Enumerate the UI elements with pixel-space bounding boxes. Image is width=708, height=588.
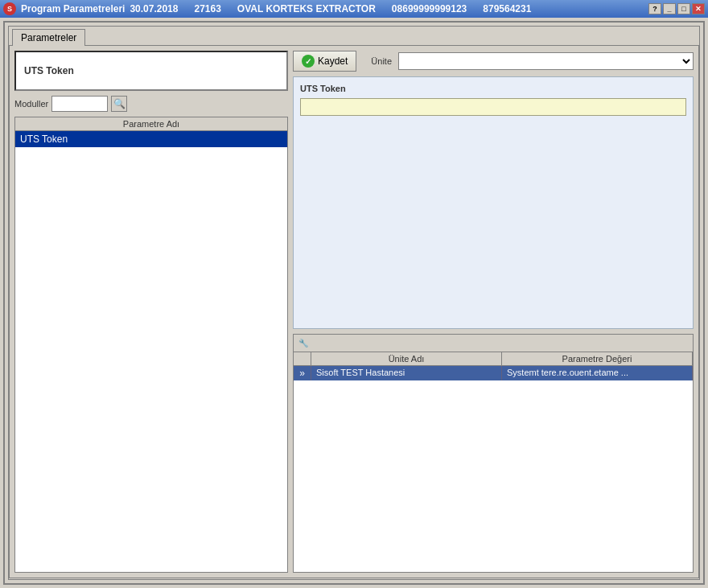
title-bar-controls: ? _ □ ✕ [648,3,705,14]
close-button[interactable]: ✕ [692,3,705,14]
title-bar: S Program Parametreleri 30.07.2018 27163… [0,0,708,18]
list-item[interactable]: UTS Token [15,131,287,147]
main-window: Parametreler UTS Token Moduller 🔍 [3,21,705,585]
tab-header: Parametreler [9,27,699,45]
save-button[interactable]: ✓ Kaydet [293,51,356,72]
settings-icon[interactable]: 🔧 [297,336,310,349]
unite-label: Ünite [371,56,392,66]
list-header: Parametre Adı [15,117,287,131]
minimize-button[interactable]: _ [663,3,676,14]
token-input[interactable] [300,98,686,116]
table-body: » Sisoft TEST Hastanesi Systemt tere.re.… [294,366,693,573]
help-button[interactable]: ? [648,3,661,14]
row-nav-icon[interactable]: » [294,366,311,380]
table-row[interactable]: » Sisoft TEST Hastanesi Systemt tere.re.… [294,366,693,380]
title-company: OVAL KORTEKS EXTRACTOR [237,3,376,14]
title-code: 27163 [194,3,220,14]
selected-item-display: UTS Token [14,51,288,91]
token-section-title: UTS Token [300,84,686,93]
app-icon: S [3,2,16,15]
search-button[interactable]: 🔍 [111,96,127,112]
module-row: Moduller 🔍 [14,96,288,112]
tab-parametreler[interactable]: Parametreler [12,29,85,46]
module-label: Moduller [14,99,48,109]
title-id: 879564231 [483,3,531,14]
th-param-degeri: Parametre Değeri [502,352,693,365]
title-date: 30.07.2018 [130,3,178,14]
right-top-bar: ✓ Kaydet Ünite [293,51,694,72]
row-param-degeri: Systemt tere.re.ouent.etame ... [502,366,693,380]
th-unite-adi: Ünite Adı [311,352,502,365]
unite-select[interactable] [398,52,694,70]
bottom-table: 🔧 Ünite Adı Parametre Değeri » Sisoft TE… [293,334,694,574]
title-phone: 08699999999123 [392,3,467,14]
maximize-button[interactable]: □ [677,3,690,14]
save-check-icon: ✓ [302,55,315,68]
table-toolbar: 🔧 [294,335,693,352]
tab-content: UTS Token Moduller 🔍 Parametre Adı UTS T… [9,45,699,578]
left-panel: UTS Token Moduller 🔍 Parametre Adı UTS T… [14,51,288,573]
list-panel: Parametre Adı UTS Token [14,117,288,573]
title-bar-info: 30.07.2018 27163 OVAL KORTEKS EXTRACTOR … [130,3,531,14]
th-spacer [294,352,311,365]
row-unite-adi: Sisoft TEST Hastanesi [311,366,502,380]
table-header: Ünite Adı Parametre Değeri [294,352,693,366]
right-panel: ✓ Kaydet Ünite UTS Token 🔧 [293,51,694,573]
search-icon: 🔍 [113,98,126,109]
token-section: UTS Token [293,76,694,329]
tab-panel: Parametreler UTS Token Moduller 🔍 [8,26,700,580]
app-title: Program Parametreleri [21,3,125,14]
module-input[interactable] [51,96,108,112]
